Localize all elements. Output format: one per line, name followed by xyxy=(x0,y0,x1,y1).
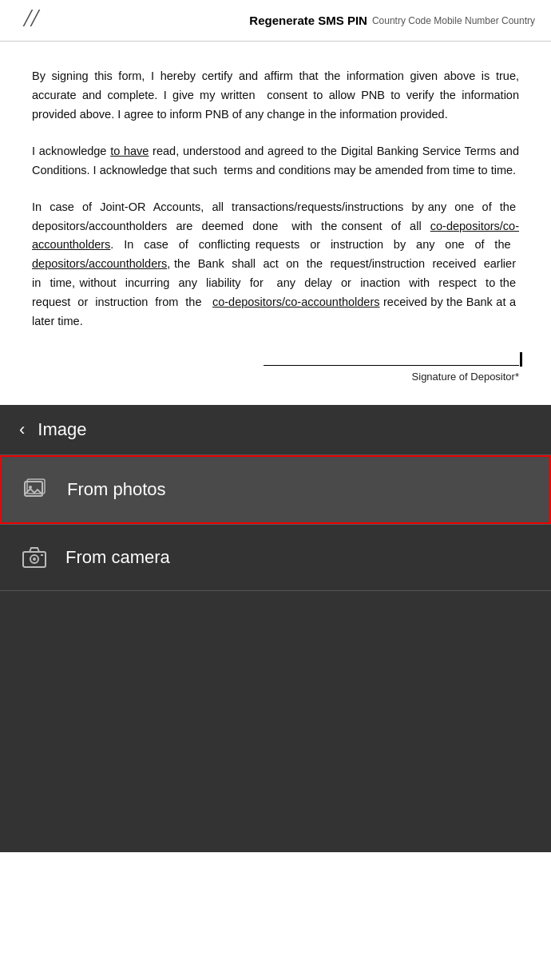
from-camera-label: From camera xyxy=(65,547,170,568)
svg-point-5 xyxy=(33,557,36,561)
svg-rect-6 xyxy=(41,554,43,556)
underline-co-depositors-2: co-depositors/co-accountholders xyxy=(212,296,380,308)
top-bar: // Regenerate SMS PIN Country Code Mobil… xyxy=(0,0,551,42)
paragraph-3: In case of Joint-OR Accounts, all transa… xyxy=(32,198,519,331)
back-button[interactable]: ‹ xyxy=(19,419,25,440)
signature-cursor xyxy=(520,352,522,367)
from-camera-button[interactable]: From camera xyxy=(0,525,551,590)
camera-icon xyxy=(19,542,50,573)
photos-icon xyxy=(21,474,51,505)
signature-area: Signature of Depositor* xyxy=(0,349,551,405)
bottom-menu: ‹ Image From photos xyxy=(0,405,551,852)
underline-co-depositors-1: co-depositors/co-accountholders xyxy=(32,220,519,252)
from-photos-label: From photos xyxy=(67,479,166,500)
signature-line xyxy=(264,365,519,366)
top-bar-subtitle: Country Code Mobile Number Country xyxy=(372,15,535,26)
paragraph-2: I acknowledge to have read, understood a… xyxy=(32,142,519,181)
underline-depositors: depositors/accountholders xyxy=(32,257,167,270)
document-section: // Regenerate SMS PIN Country Code Mobil… xyxy=(0,0,551,405)
paragraph-1: By signing this form, I hereby certify a… xyxy=(32,67,519,125)
menu-rest xyxy=(0,591,551,831)
menu-title: Image xyxy=(38,419,86,440)
underline-to-have: to have xyxy=(110,145,149,157)
handwriting-marks: // xyxy=(24,3,38,33)
document-content: By signing this form, I hereby certify a… xyxy=(0,42,551,331)
top-bar-title: Regenerate SMS PIN xyxy=(249,14,367,27)
signature-label: Signature of Depositor* xyxy=(412,371,519,383)
menu-header: ‹ Image xyxy=(0,405,551,455)
from-photos-button[interactable]: From photos xyxy=(0,455,551,524)
